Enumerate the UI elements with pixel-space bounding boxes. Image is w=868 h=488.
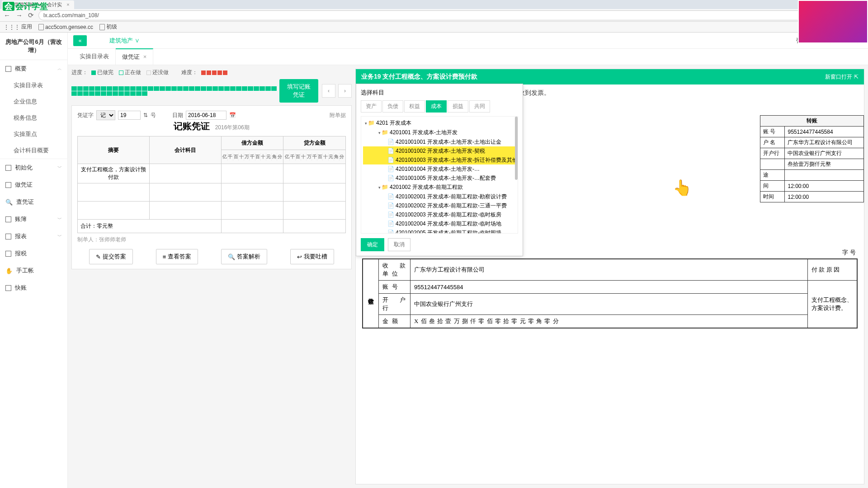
file-icon xyxy=(5,234,11,239)
menu-company[interactable]: 企业信息 xyxy=(0,94,67,110)
collapse-sidebar-button[interactable]: « xyxy=(73,35,87,46)
date-input[interactable] xyxy=(186,111,226,120)
tree-scrollbar[interactable] xyxy=(515,117,518,180)
confirm-button[interactable]: 确定 xyxy=(361,238,384,251)
type-tab-debt[interactable]: 负债 xyxy=(382,100,403,113)
debit-cell[interactable] xyxy=(221,164,283,183)
tab-close-icon[interactable]: × xyxy=(66,2,69,7)
tab-dir[interactable]: 实操目录表 xyxy=(73,49,116,65)
submit-button[interactable]: ✎ 提交答案 xyxy=(89,249,133,264)
bookmark-link[interactable]: acc5com.gensee.cc xyxy=(38,24,93,30)
receipt-table: 会计学堂教 收 款 单 位 广东华方工程设计有限公司 付 款 原 因 账 号95… xyxy=(362,258,858,328)
maker-label: 制单人：张师师老师 xyxy=(77,236,346,244)
open-new-window[interactable]: 新窗口打开 ⇱ xyxy=(825,73,859,81)
attach-label: 附单据 xyxy=(330,112,346,119)
sidebar-title: 房地产公司6月（营改增） xyxy=(0,33,67,60)
tree-node[interactable]: 📄4201001003 开发成本-土地开发-拆迁补偿费及其他 xyxy=(363,155,516,164)
type-tab-asset[interactable]: 资产 xyxy=(361,100,382,113)
view-answer-button[interactable]: ≡ 查看答案 xyxy=(156,249,198,264)
tree-node[interactable]: ▾📁4201002 开发成本-前期工程款 xyxy=(363,183,516,192)
fill-voucher-button[interactable]: 填写记账凭证 xyxy=(279,79,318,103)
sidebar: 房地产公司6月（营改增） 概要 ︿ 实操目录表 企业信息 税务信息 实操重点 会… xyxy=(0,33,68,488)
book-icon xyxy=(5,216,11,222)
type-tab-pl[interactable]: 损益 xyxy=(448,100,468,113)
voucher-period: 2016年第06期 xyxy=(215,124,250,131)
top-bar: « 建筑地产 ∨ 张师师老师（SVIP会员） xyxy=(68,33,868,49)
bars-icon xyxy=(5,165,11,171)
menu-books[interactable]: 账簿﹀ xyxy=(0,211,67,228)
voucher-title: 记账凭证 xyxy=(174,121,210,131)
forward-icon[interactable]: → xyxy=(15,11,24,19)
tab-voucher[interactable]: 做凭证 × xyxy=(116,48,153,65)
tree-node[interactable]: ▾📁4201 开发成本 xyxy=(363,118,516,128)
video-overlay xyxy=(798,0,868,43)
pencil-icon xyxy=(5,182,11,188)
reload-icon[interactable]: ⟳ xyxy=(27,11,35,19)
menu-focus[interactable]: 实操重点 xyxy=(0,126,67,142)
analysis-button[interactable]: 🔍 答案解析 xyxy=(221,249,267,264)
type-tab-equity[interactable]: 权益 xyxy=(404,100,425,113)
tree-node[interactable]: ▾📁4201001 开发成本-土地开发 xyxy=(363,128,516,137)
menu-quick[interactable]: 快账 xyxy=(0,279,67,296)
tree-node[interactable]: 📄4201002001 开发成本-前期工程款-勘察设计费 xyxy=(363,192,516,201)
difficulty-rating xyxy=(201,70,227,75)
menu-voucher[interactable]: 做凭证 xyxy=(0,176,67,193)
list-icon xyxy=(5,285,11,291)
url-bar: ← → ⟳ lx.acc5.com/main_108/ ☆ xyxy=(0,9,868,22)
receipt-serial-label: 字 号 xyxy=(842,249,856,257)
bookmark-link[interactable]: 初级 xyxy=(99,23,117,31)
voucher-num-input[interactable] xyxy=(118,111,141,120)
page-icon xyxy=(99,24,105,30)
subject-cell[interactable] xyxy=(149,164,221,183)
apps-button[interactable]: ⋮⋮⋮ 应用 xyxy=(4,23,32,31)
tree-node[interactable]: 📄4201001004 开发成本-土地开发-… xyxy=(363,164,516,174)
subject-tree[interactable]: ▾📁4201 开发成本▾📁4201001 开发成本-土地开发📄420100100… xyxy=(361,116,518,234)
industry-dropdown[interactable]: 建筑地产 ∨ xyxy=(109,37,140,45)
tree-node[interactable]: 📄4201001005 开发成本-土地开发-…配套费 xyxy=(363,174,516,183)
menu-reports[interactable]: 报表﹀ xyxy=(0,228,67,245)
progress-bar xyxy=(71,86,279,96)
file-icon xyxy=(5,251,11,257)
total-label: 合计：零元整 xyxy=(78,220,222,233)
task-header: 业务19 支付工程概念、方案设计费预付款 新窗口打开 ⇱ xyxy=(356,69,864,84)
tree-node[interactable]: 📄4201001002 开发成本-土地开发-契税 xyxy=(363,146,516,155)
close-icon[interactable]: × xyxy=(143,53,147,60)
type-tab-cost[interactable]: 成本 xyxy=(426,100,447,113)
tree-node[interactable]: 📄4201002003 开发成本-前期工程款-临时板房 xyxy=(363,210,516,219)
voucher-type-select[interactable]: 记 xyxy=(96,110,115,120)
chevron-up-icon: ︿ xyxy=(57,66,62,72)
back-icon[interactable]: ← xyxy=(3,11,11,19)
menu-filing[interactable]: 报税 xyxy=(0,245,67,262)
menu-search-voucher[interactable]: 🔍查凭证 xyxy=(0,193,67,211)
address-input[interactable]: lx.acc5.com/main_108/ xyxy=(38,10,857,20)
search-icon: 🔍 xyxy=(5,199,13,206)
menu-overview[interactable]: 概要 ︿ xyxy=(0,60,67,77)
bookmark-bar: ⋮⋮⋮ 应用 acc5com.gensee.cc 初级 xyxy=(0,22,868,33)
menu-tax[interactable]: 税务信息 xyxy=(0,110,67,126)
calendar-icon[interactable]: 📅 xyxy=(229,112,236,118)
credit-cell[interactable] xyxy=(283,164,346,183)
menu-init[interactable]: 初始化﹀ xyxy=(0,159,67,176)
voucher-form: 凭证字 记 ⇅号 日期 📅 附单据 记账凭证 2016年第06期 xyxy=(71,105,352,269)
page-icon xyxy=(38,24,44,30)
subject-picker-modal: 选择科目 资产 负债 权益 成本 损益 共同 ▾📁4201 开发成本▾📁4201… xyxy=(356,84,523,256)
voucher-table: 摘要 会计科目 借方金额 贷方金额 亿千百十万千百十元角分 亿千百十万千百十元角… xyxy=(77,136,346,233)
menu-subjects[interactable]: 会计科目概要 xyxy=(0,142,67,159)
menu-dir-list[interactable]: 实操目录表 xyxy=(0,77,67,94)
tree-node[interactable]: 📄4201002002 开发成本-前期工程款-三通一平费 xyxy=(363,201,516,210)
next-button[interactable]: › xyxy=(338,84,352,98)
tree-node[interactable]: 📄4201002004 开发成本-前期工程款-临时场地 xyxy=(363,219,516,228)
content-tabs: 实操目录表 做凭证 × xyxy=(68,49,868,65)
feedback-button[interactable]: ↩ 我要吐槽 xyxy=(290,249,334,264)
abstract-cell[interactable]: 支付工程概念，方案设计预付款 xyxy=(78,164,150,183)
tree-node[interactable]: 📄4201002005 开发成本-前期工程款-临时围墙 xyxy=(363,228,516,234)
type-tab-common[interactable]: 共同 xyxy=(469,100,490,113)
grid-icon xyxy=(5,66,11,72)
chevron-down-icon: ﹀ xyxy=(57,216,62,222)
menu-manual[interactable]: ✋手工帐 xyxy=(0,262,67,279)
browser-tab-strip: 会计学堂实操中心_会计实 × xyxy=(0,0,868,9)
transfer-detail-table: 转账 账 号955124477445584 户 名广东华方工程设计有限公司 开户… xyxy=(760,115,864,202)
prev-button[interactable]: ‹ xyxy=(322,84,335,98)
cancel-button[interactable]: 取消 xyxy=(388,238,410,251)
tree-node[interactable]: 📄4201001001 开发成本-土地开发-土地出让金 xyxy=(363,137,516,146)
